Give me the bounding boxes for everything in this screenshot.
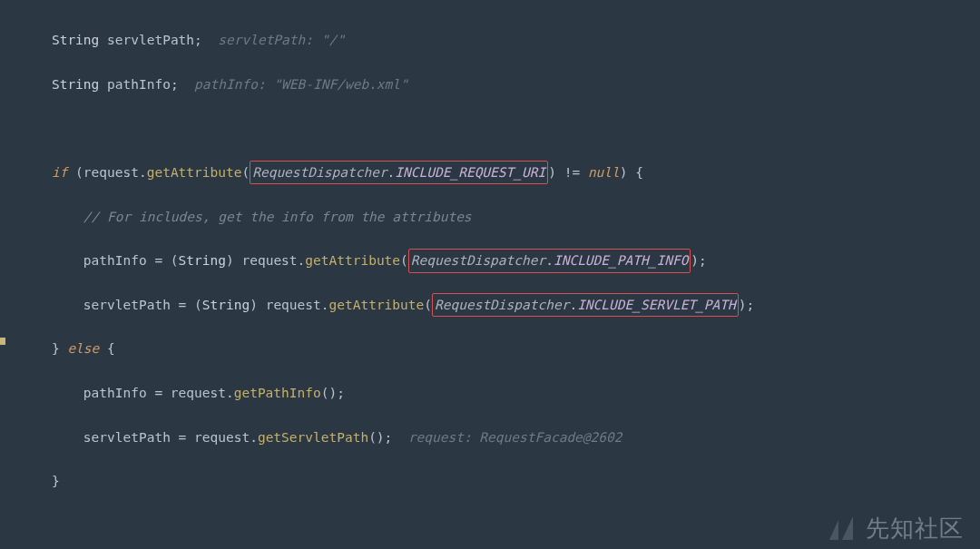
code-line: pathInfo = (String) request.getAttribute… (20, 250, 980, 271)
code-line: String pathInfo; pathInfo: "WEB-INF/web.… (20, 74, 980, 95)
code-line: } (20, 470, 980, 492)
code-line: String servletPath; servletPath: "/" (20, 29, 980, 51)
highlight-box: RequestDispatcher.INCLUDE_PATH_INFO (408, 249, 691, 272)
highlight-box: RequestDispatcher.INCLUDE_SERVLET_PATH (432, 293, 739, 317)
inline-hint: servletPath: "/" (218, 33, 345, 47)
inline-hint: request: RequestFacade@2602 (408, 430, 622, 445)
code-line: // For includes, get the info from the a… (20, 206, 980, 228)
code-line (20, 117, 980, 139)
code-line: } else { (20, 338, 980, 359)
code-line: servletPath = (String) request.getAttrib… (20, 294, 980, 316)
code-line: servletPath = request.getServletPath(); … (20, 426, 980, 448)
code-line (20, 515, 980, 536)
code-line: pathInfo = request.getPathInfo(); (20, 382, 980, 404)
code-editor[interactable]: String servletPath; servletPath: "/" Str… (20, 7, 980, 549)
inline-hint: pathInfo: "WEB-INF/web.xml" (194, 77, 408, 92)
gutter-modified-marker (0, 338, 5, 345)
code-line: if (request.getAttribute(RequestDispatch… (20, 162, 980, 183)
editor-gutter (0, 0, 20, 549)
highlight-box: RequestDispatcher.INCLUDE_REQUEST_URI (250, 161, 548, 184)
